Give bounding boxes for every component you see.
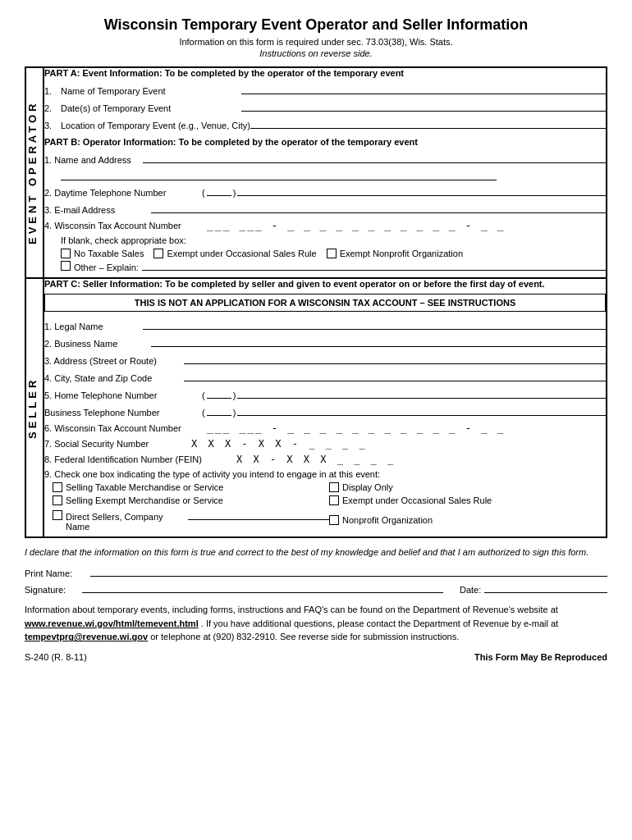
operator-phone-area[interactable] bbox=[207, 195, 231, 196]
business-name-row: 2. Business Name bbox=[44, 336, 606, 349]
home-phone-area[interactable] bbox=[207, 398, 231, 399]
print-name-row: Print Name: bbox=[25, 565, 607, 578]
activity-section: 9. Check one box indicating the type of … bbox=[44, 469, 606, 532]
no-taxable-sales-checkbox[interactable]: No Taxable Sales bbox=[61, 249, 144, 258]
address-row: 3. Address (Street or Route) bbox=[44, 353, 606, 366]
signature-section: I declare that the information on this f… bbox=[25, 546, 607, 595]
ssn-row: 7. Social Security Number X X X - X X - … bbox=[44, 438, 606, 450]
other-explain-row: Other – Explain: bbox=[61, 261, 606, 272]
biz-phone-number[interactable] bbox=[237, 404, 606, 416]
form-number: S-240 (R. 8-11) bbox=[25, 652, 87, 662]
subtitle: Information on this form is required und… bbox=[25, 37, 607, 47]
operator-phone-number[interactable] bbox=[237, 185, 606, 196]
direct-sellers-input[interactable] bbox=[188, 509, 329, 520]
part-a-header: PART A: Event Information: To be complet… bbox=[44, 68, 606, 78]
fein-row: 8. Federal Identification Number (FEIN) … bbox=[44, 454, 606, 465]
part-c-header: PART C: Seller Information: To be comple… bbox=[44, 279, 606, 289]
event-dates-input[interactable] bbox=[241, 100, 606, 112]
email-link[interactable]: tempevtprg@revenue.wi.gov bbox=[25, 632, 148, 641]
operator-address-line1[interactable] bbox=[61, 169, 497, 180]
operator-name-address-row: 1. Name and Address bbox=[44, 152, 606, 165]
exempt-merchandise-checkbox[interactable]: Selling Exempt Merchandise or Service bbox=[53, 495, 329, 505]
subtitle-italic: Instructions on reverse side. bbox=[25, 48, 607, 58]
home-phone-row: 5. Home Telephone Number ( ) bbox=[44, 387, 606, 400]
date-input[interactable] bbox=[484, 592, 607, 593]
website-link[interactable]: www.revenue.wi.gov/html/temevent.html bbox=[25, 619, 199, 628]
declaration-text: I declare that the information on this f… bbox=[25, 546, 607, 559]
event-location-row: 3. Location of Temporary Event (e.g., Ve… bbox=[44, 117, 606, 130]
part-b-header: PART B: Operator Information: To be comp… bbox=[44, 137, 606, 147]
operator-email-input[interactable] bbox=[151, 202, 606, 213]
display-only-checkbox[interactable]: Display Only bbox=[329, 482, 606, 492]
signature-input[interactable] bbox=[82, 592, 443, 593]
other-explain-checkbox[interactable] bbox=[61, 261, 71, 271]
page-title: Wisconsin Temporary Event Operator and S… bbox=[25, 16, 607, 34]
city-state-zip-input[interactable] bbox=[184, 370, 606, 381]
event-operator-label: EVENT OPERATOR bbox=[25, 67, 44, 278]
seller-notice: THIS IS NOT AN APPLICATION FOR A WISCONS… bbox=[44, 294, 606, 312]
operator-checkboxes: No Taxable Sales Exempt under Occasional… bbox=[61, 249, 606, 258]
other-explain-input[interactable] bbox=[142, 270, 606, 271]
taxable-merchandise-checkbox[interactable]: Selling Taxable Merchandise or Service bbox=[53, 482, 329, 492]
business-name-input[interactable] bbox=[151, 336, 606, 347]
direct-sellers-row: Direct Sellers, Company Name bbox=[53, 509, 329, 532]
biz-phone-area[interactable] bbox=[207, 415, 231, 416]
operator-email-row: 3. E-mail Address bbox=[44, 202, 606, 215]
direct-sellers-checkbox[interactable] bbox=[53, 510, 62, 520]
form-footer: S-240 (R. 8-11) This Form May Be Reprodu… bbox=[25, 652, 607, 662]
address-input[interactable] bbox=[184, 353, 606, 364]
event-location-input[interactable] bbox=[250, 117, 606, 129]
reproduce-label: This Form May Be Reproduced bbox=[474, 652, 607, 662]
city-state-zip-row: 4. City, State and Zip Code bbox=[44, 370, 606, 383]
operator-tax-row: 4. Wisconsin Tax Account Number ___ ___ … bbox=[44, 219, 606, 231]
seller-label: SELLER bbox=[25, 278, 44, 537]
event-name-row: 1. Name of Temporary Event bbox=[44, 83, 606, 96]
home-phone-number[interactable] bbox=[237, 387, 606, 399]
event-name-input[interactable] bbox=[241, 83, 606, 94]
operator-phone-row: 2. Daytime Telephone Number ( ) bbox=[44, 185, 606, 198]
operator-name-input[interactable] bbox=[143, 152, 606, 163]
exempt-nonprofit-checkbox[interactable]: Exempt Nonprofit Organization bbox=[327, 249, 463, 258]
biz-phone-row: Business Telephone Number ( ) bbox=[44, 404, 606, 418]
event-dates-row: 2. Date(s) of Temporary Event bbox=[44, 100, 606, 113]
seller-tax-row: 6. Wisconsin Tax Account Number ___ ___ … bbox=[44, 422, 606, 434]
print-name-input[interactable] bbox=[90, 565, 607, 577]
legal-name-input[interactable] bbox=[143, 318, 606, 330]
signature-date-row: Signature: Date: bbox=[25, 585, 607, 595]
exempt-occasional-checkbox[interactable]: Exempt under Occasional Sales Rule bbox=[153, 249, 316, 258]
exempt-occasional-seller-checkbox[interactable]: Exempt under Occasional Sales Rule bbox=[329, 495, 606, 505]
nonprofit-org-checkbox[interactable]: Nonprofit Organization bbox=[329, 509, 606, 532]
legal-name-row: 1. Legal Name bbox=[44, 318, 606, 331]
footer-info: Information about temporary events, incl… bbox=[25, 603, 607, 644]
